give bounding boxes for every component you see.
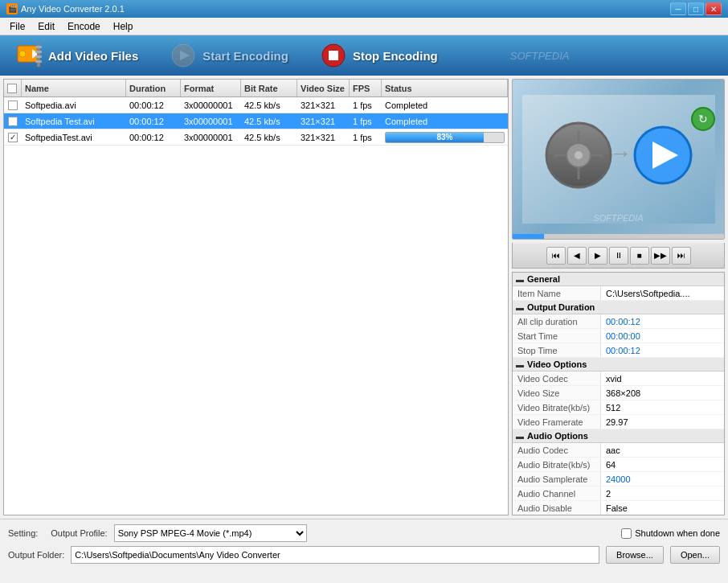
svg-rect-5 xyxy=(35,51,42,53)
title-bar-controls: ─ □ ✕ xyxy=(670,2,722,15)
add-video-icon xyxy=(16,43,42,68)
col-header-duration: Duration xyxy=(126,80,181,96)
bottom-row-folder: Output Folder: Browse... Open... xyxy=(8,546,720,564)
prop-audio-bitrate: Audio Bitrate(kb/s) 64 xyxy=(513,458,724,472)
properties-panel: ▬ General Item Name C:\Users\Softpedia..… xyxy=(512,272,725,515)
svg-rect-4 xyxy=(35,46,42,48)
output-profile-label: Output Profile: xyxy=(51,528,107,538)
menu-file[interactable]: File xyxy=(3,19,31,34)
title-bar: 🎬 Any Video Converter 2.0.1 ─ □ ✕ xyxy=(0,0,728,18)
video-framerate-value: 29.97 xyxy=(601,415,724,429)
audio-options-section-header[interactable]: ▬ Audio Options xyxy=(513,429,724,443)
svg-point-1 xyxy=(19,51,26,57)
start-time-value: 00:00:00 xyxy=(601,329,724,343)
prev-frame-button[interactable]: ⏮ xyxy=(546,247,566,265)
row2-checkbox-cell xyxy=(4,113,22,129)
right-panel: → ↻ SOFTPEDIA ⏮ ◀ ▶ ⏸ ■ ▶▶ ⏭ xyxy=(512,79,725,515)
stop-button[interactable]: ■ xyxy=(630,247,649,265)
menu-edit[interactable]: Edit xyxy=(31,19,61,34)
general-section-header[interactable]: ▬ General xyxy=(513,273,724,286)
output-folder-label: Output Folder: xyxy=(8,550,64,560)
next-frame-button[interactable]: ⏭ xyxy=(672,247,691,265)
output-duration-section-header[interactable]: ▬ Output Duration xyxy=(513,301,724,314)
shutdown-checkbox[interactable] xyxy=(621,528,632,539)
stop-time-label: Stop Time xyxy=(513,343,601,357)
video-codec-value: xvid xyxy=(601,372,724,385)
row3-format: 3x00000001 xyxy=(181,129,241,145)
header-checkbox[interactable] xyxy=(7,84,17,93)
close-button[interactable]: ✕ xyxy=(706,2,722,15)
stop-time-value: 00:00:12 xyxy=(601,343,724,357)
col-header-bitrate: Bit Rate xyxy=(241,80,297,96)
prop-video-bitrate: Video Bitrate(kb/s) 512 xyxy=(513,400,724,415)
video-size-label: Video Size xyxy=(513,386,601,400)
row3-bitrate: 42.5 kb/s xyxy=(241,129,297,145)
prop-audio-codec: Audio Codec aac xyxy=(513,443,724,458)
preview-area: → ↻ SOFTPEDIA xyxy=(512,79,725,240)
row2-checkbox[interactable] xyxy=(8,117,18,126)
svg-point-15 xyxy=(575,151,583,159)
main-content: Name Duration Format Bit Rate Video Size… xyxy=(0,76,728,519)
audio-channel-value: 2 xyxy=(601,487,724,500)
row3-name: SoftpediaTest.avi xyxy=(22,129,126,145)
row2-format: 3x00000001 xyxy=(181,113,241,129)
video-bitrate-value: 512 xyxy=(601,400,724,414)
prop-video-size: Video Size 368×208 xyxy=(513,386,724,400)
output-folder-input[interactable] xyxy=(71,546,599,564)
prop-video-framerate: Video Framerate 29.97 xyxy=(513,415,724,429)
fast-forward-button[interactable]: ▶▶ xyxy=(651,247,670,265)
video-codec-label: Video Codec xyxy=(513,372,601,385)
row1-name: Softpedia.avi xyxy=(22,97,126,113)
col-header-format: Format xyxy=(181,80,241,96)
table-row[interactable]: Softpedia Test.avi 00:00:12 3x00000001 4… xyxy=(4,113,508,129)
start-encoding-button[interactable]: Start Encoding xyxy=(162,39,297,72)
row2-status: Completed xyxy=(382,113,508,129)
maximize-button[interactable]: □ xyxy=(688,2,704,15)
menu-help[interactable]: Help xyxy=(107,19,140,34)
prop-stop-time: Stop Time 00:00:12 xyxy=(513,343,724,358)
row1-checkbox[interactable] xyxy=(8,101,18,110)
row1-format: 3x00000001 xyxy=(181,97,241,113)
toolbar: Add Video Files Start Encoding Stop Enco… xyxy=(0,35,728,76)
row3-checkbox[interactable] xyxy=(8,133,18,142)
rewind-button[interactable]: ◀ xyxy=(567,247,587,265)
output-duration-toggle-icon: ▬ xyxy=(516,303,524,312)
audio-disable-value: False xyxy=(601,501,724,515)
pause-button[interactable]: ⏸ xyxy=(609,247,628,265)
preview-progress-bar xyxy=(513,234,724,239)
minimize-button[interactable]: ─ xyxy=(670,2,686,15)
row3-fps: 1 fps xyxy=(350,129,382,145)
menu-encode[interactable]: Encode xyxy=(61,19,107,34)
svg-text:→: → xyxy=(609,141,632,166)
row2-videosize: 321×321 xyxy=(297,113,350,129)
browse-button[interactable]: Browse... xyxy=(606,546,664,564)
row1-fps: 1 fps xyxy=(350,97,382,113)
start-encoding-icon xyxy=(170,43,196,68)
prop-audio-disable: Audio Disable False xyxy=(513,501,724,515)
svg-rect-11 xyxy=(329,51,338,60)
table-row[interactable]: Softpedia.avi 00:00:12 3x00000001 42.5 k… xyxy=(4,97,508,113)
open-button[interactable]: Open... xyxy=(670,546,720,564)
add-video-button[interactable]: Add Video Files xyxy=(8,39,146,72)
row2-bitrate: 42.5 kb/s xyxy=(241,113,297,129)
audio-codec-label: Audio Codec xyxy=(513,443,601,457)
shutdown-checkbox-area: Shutdown when done xyxy=(621,528,720,539)
audio-channel-label: Audio Channel xyxy=(513,487,601,500)
col-header-check xyxy=(4,80,22,96)
progress-bar: 83% xyxy=(385,132,505,143)
prop-item-name: Item Name C:\Users\Softpedia.... xyxy=(513,286,724,301)
video-options-section-header[interactable]: ▬ Video Options xyxy=(513,358,724,372)
shutdown-label: Shutdown when done xyxy=(635,528,720,538)
table-row[interactable]: SoftpediaTest.avi 00:00:12 3x00000001 42… xyxy=(4,129,508,146)
stop-encoding-button[interactable]: Stop Encoding xyxy=(313,39,446,72)
stop-encoding-label: Stop Encoding xyxy=(353,49,438,63)
row1-bitrate: 42.5 kb/s xyxy=(241,97,297,113)
output-profile-select[interactable]: Sony PSP MPEG-4 Movie (*.mp4) xyxy=(114,524,307,542)
video-options-section-label: Video Options xyxy=(527,359,587,369)
svg-rect-6 xyxy=(35,55,42,58)
item-name-value: C:\Users\Softpedia.... xyxy=(601,286,724,300)
audio-samplerate-value: 24000 xyxy=(601,472,724,486)
play-button[interactable]: ▶ xyxy=(588,247,607,265)
row3-status: 83% xyxy=(382,129,508,145)
audio-options-toggle-icon: ▬ xyxy=(516,432,524,441)
